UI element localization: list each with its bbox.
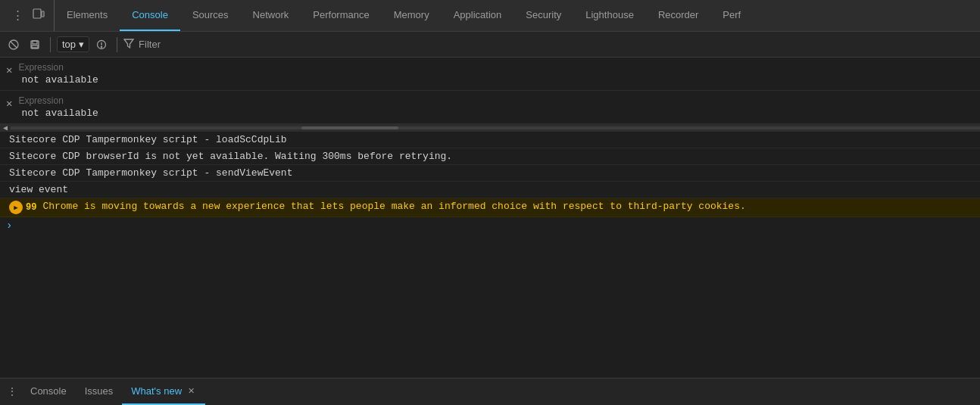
console-log-area[interactable]: Sitecore CDP Tampermonkey script - loadS…	[0, 132, 980, 378]
customize-icon[interactable]: ⋮	[9, 7, 27, 24]
horizontal-scroll[interactable]: ◀	[0, 124, 980, 132]
svg-rect-0	[33, 9, 41, 18]
show-issues-button[interactable]	[92, 36, 111, 54]
filter-icon	[123, 38, 134, 51]
context-selector[interactable]: top ▾	[57, 36, 89, 52]
tab-perf[interactable]: Perf	[710, 0, 753, 31]
expression-content-1: Expression not available	[18, 62, 980, 86]
tab-application[interactable]: Application	[442, 0, 514, 31]
expression-close-2[interactable]: ✕	[0, 95, 18, 111]
tab-lighthouse[interactable]: Lighthouse	[573, 0, 646, 31]
expression-value-2: not available	[18, 107, 980, 119]
preserve-log-button[interactable]	[26, 36, 44, 54]
toolbar-separator-1	[50, 37, 51, 52]
console-main: ✕ Expression not available ✕ Expression …	[0, 58, 980, 378]
scroll-thumb	[301, 126, 398, 129]
log-row-warning: ▶ 99 Chrome is moving towards a new expe…	[0, 198, 980, 217]
tab-sources[interactable]: Sources	[180, 0, 241, 31]
tab-performance[interactable]: Performance	[301, 0, 381, 31]
svg-rect-1	[42, 11, 44, 17]
expression-row-2: ✕ Expression not available	[0, 91, 980, 124]
filter-label: Filter	[139, 39, 161, 50]
svg-line-3	[11, 42, 17, 48]
log-text-2: Sitecore CDP browserId is not yet availa…	[9, 151, 452, 162]
expression-label-2: Expression	[18, 95, 980, 106]
warning-play-icon[interactable]: ▶	[9, 201, 23, 214]
expression-label-1: Expression	[18, 62, 980, 73]
tab-memory[interactable]: Memory	[382, 0, 442, 31]
filter-area: Filter	[123, 38, 975, 51]
warning-badge: ▶ 99	[9, 201, 36, 214]
tab-recorder[interactable]: Recorder	[646, 0, 710, 31]
device-toggle-icon[interactable]	[30, 6, 48, 25]
scroll-left-arrow[interactable]: ◀	[0, 123, 11, 132]
svg-point-9	[101, 46, 101, 47]
log-text-3: Sitecore CDP Tampermonkey script - sendV…	[9, 167, 292, 179]
bottom-tab-console[interactable]: Console	[21, 379, 76, 405]
log-text-4: view event	[9, 184, 68, 195]
console-toolbar: top ▾ Filter	[0, 32, 980, 58]
tab-network[interactable]: Network	[241, 0, 301, 31]
bottom-tab-bar: ⋮ Console Issues What's new ✕	[0, 378, 980, 405]
tab-security[interactable]: Security	[513, 0, 573, 31]
log-row-2: Sitecore CDP browserId is not yet availa…	[0, 148, 980, 165]
expression-value-1: not available	[18, 74, 980, 86]
svg-marker-10	[124, 39, 133, 48]
bottom-tab-issues[interactable]: Issues	[76, 379, 123, 405]
log-text-1: Sitecore CDP Tampermonkey script - loadS…	[9, 134, 287, 145]
svg-rect-6	[32, 45, 38, 48]
bottom-tab-whats-new[interactable]: What's new ✕	[122, 379, 205, 405]
console-prompt-arrow[interactable]: ›	[0, 217, 980, 234]
tab-bar-icons: ⋮	[3, 0, 55, 31]
bottom-tab-close-whats-new[interactable]: ✕	[186, 385, 196, 397]
tab-console[interactable]: Console	[120, 0, 180, 31]
expression-content-2: Expression not available	[18, 95, 980, 119]
expression-close-1[interactable]: ✕	[0, 62, 18, 78]
svg-rect-5	[33, 41, 37, 44]
expression-row-1: ✕ Expression not available	[0, 58, 980, 91]
clear-console-button[interactable]	[5, 36, 23, 54]
log-text-warning: Chrome is moving towards a new experienc…	[42, 201, 745, 212]
tab-elements[interactable]: Elements	[55, 0, 120, 31]
log-row-4: view event	[0, 182, 980, 198]
toolbar-separator-2	[117, 37, 117, 52]
log-row-3: Sitecore CDP Tampermonkey script - sendV…	[0, 165, 980, 182]
warning-count: 99	[26, 202, 36, 213]
log-row-1: Sitecore CDP Tampermonkey script - loadS…	[0, 132, 980, 148]
bottom-menu-button[interactable]: ⋮	[3, 383, 21, 401]
scroll-track[interactable]	[11, 126, 980, 129]
devtools-tab-bar: ⋮ Elements Console Sources Network Perfo…	[0, 0, 980, 32]
